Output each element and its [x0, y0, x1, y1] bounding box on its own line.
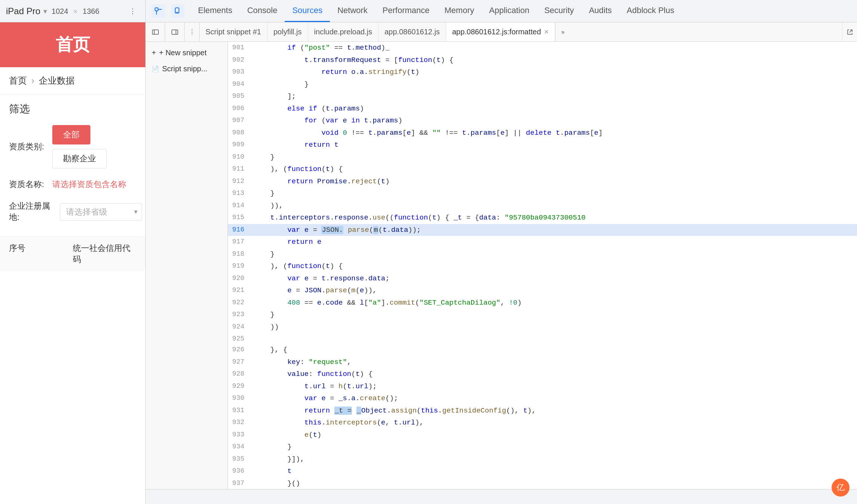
sources-tab-close-btn[interactable]: ✕ [544, 28, 549, 35]
svg-rect-5 [152, 30, 158, 34]
code-lines: 901 if ("post" == t.method)_ 902 t.trans… [228, 42, 857, 489]
sources-tab-preload-label: include.preload.js [314, 28, 372, 36]
filter-btn-all[interactable]: 全部 [52, 125, 90, 144]
sources-tab-app[interactable]: app.08601612.js [378, 22, 446, 41]
device-toggle-btn[interactable] [171, 4, 185, 18]
new-snippet-btn[interactable]: + + New snippet [146, 45, 228, 61]
filter-row-region: 企业注册属地: 请选择省级 [9, 200, 136, 223]
tab-elements[interactable]: Elements [191, 0, 240, 22]
tab-network[interactable]: Network [330, 0, 375, 22]
sources-tabs: Script snippet #1 polyfill.js include.pr… [199, 22, 842, 41]
code-line-930: 930 var e = _s.a.create(); [228, 392, 857, 405]
svg-rect-7 [172, 30, 178, 34]
breadcrumb-home[interactable]: 首页 [9, 75, 27, 87]
code-line-912: 912 return Promise.reject(t) [228, 175, 857, 188]
sources-tab-polyfill[interactable]: polyfill.js [267, 22, 308, 41]
snippet-file-icon: 📄 [152, 65, 159, 72]
toolbar-icons [146, 4, 191, 18]
device-name: iPad Pro [6, 6, 40, 16]
code-line-909: 909 return t [228, 139, 857, 151]
breadcrumb: 首页 › 企业数据 [0, 67, 145, 94]
code-line-911: 911 ), (function(t) { [228, 163, 857, 175]
floating-action-btn[interactable]: 亿 [832, 479, 850, 497]
code-line-919: 919 ), (function(t) { [228, 260, 857, 273]
sources-toolbar: ⋮ Script snippet #1 polyfill.js include.… [146, 22, 857, 42]
code-line-918: 918 } [228, 248, 857, 261]
new-snippet-label: + New snippet [159, 49, 207, 57]
device-height: 1366 [83, 7, 99, 15]
sources-content: + + New snippet 📄 Script snipp... 901 if [146, 42, 857, 489]
inspect-element-btn[interactable] [152, 4, 165, 18]
code-editor[interactable]: 901 if ("post" == t.method)_ 902 t.trans… [228, 42, 857, 489]
code-line-904: 904 } [228, 78, 857, 91]
breadcrumb-separator: › [31, 75, 34, 86]
code-line-928: 928 value: function(t) { [228, 368, 857, 380]
code-line-914: 914 )), [228, 200, 857, 212]
sources-tab-polyfill-label: polyfill.js [273, 28, 302, 36]
tab-performance[interactable]: Performance [375, 0, 437, 22]
filter-name-value[interactable]: 请选择资质包含名称 [52, 179, 126, 190]
webpage-panel: 首页 首页 › 企业数据 筛选 资质类别: 全部 勘察企业 资质名称: 请选择资… [0, 22, 146, 504]
tab-adblock[interactable]: Adblock Plus [619, 0, 682, 22]
devtools-topbar: iPad Pro ▾ 1024 × 1366 ⋮ Elements [0, 0, 857, 22]
code-line-920: 920 var e = t.response.data; [228, 273, 857, 285]
filter-region-label: 企业注册属地: [9, 200, 54, 223]
tab-console[interactable]: Console [240, 0, 285, 22]
code-line-917: 917 return e [228, 236, 857, 248]
code-line-921: 921 e = JSON.parse(m(e)), [228, 284, 857, 297]
sources-tab-app-formatted[interactable]: app.08601612.js:formatted ✕ [446, 22, 555, 41]
filter-section-label: 筛选 [9, 102, 136, 116]
sources-tabs-overflow-btn[interactable]: » [555, 22, 570, 41]
code-line-931: 931 return _t = _Object.assign(this.getI… [228, 405, 857, 417]
sources-sidebar-toggle2[interactable] [165, 22, 185, 42]
sources-tab-app-label: app.08601612.js [384, 28, 440, 36]
code-line-924: 924 )) [228, 321, 857, 333]
filter-region-select[interactable]: 请选择省级 [60, 203, 142, 221]
tab-memory[interactable]: Memory [437, 0, 482, 22]
code-line-923: 923 } [228, 309, 857, 321]
code-line-926: 926 }, { [228, 344, 857, 356]
filter-category-label: 资质类别: [9, 141, 46, 152]
code-line-907: 907 for (var e in t.params) [228, 115, 857, 127]
code-line-916: 916 var e = JSON. parse(m(t.data)); [228, 224, 857, 236]
sources-more-btn[interactable]: ⋮ [185, 22, 199, 42]
tab-sources[interactable]: Sources [285, 0, 330, 22]
code-line-901: 901 if ("post" == t.method)_ [228, 42, 857, 54]
sources-panel: ⋮ Script snippet #1 polyfill.js include.… [146, 22, 857, 489]
filter-name-label: 资质名称: [9, 179, 46, 190]
code-line-937: 937 }() [228, 477, 857, 489]
code-line-927: 927 key: "request", [228, 356, 857, 368]
code-line-932: 932 this.interceptors(e, t.url), [228, 417, 857, 429]
tab-audits[interactable]: Audits [581, 0, 619, 22]
device-dims: 1024 × 1366 [50, 6, 101, 16]
tab-application[interactable]: Application [482, 0, 537, 22]
filter-row-category: 资质类别: 全部 勘察企业 [9, 125, 136, 168]
code-line-935: 935 }]), [228, 453, 857, 466]
tab-security[interactable]: Security [537, 0, 581, 22]
sources-tab-snippet[interactable]: Script snippet #1 [199, 22, 267, 41]
sources-sidebar-toggle[interactable] [146, 22, 165, 42]
sources-tab-snippet-label: Script snippet #1 [205, 28, 261, 36]
webpage-header-title: 首页 [56, 33, 90, 56]
code-line-913: 913 } [228, 187, 857, 200]
code-line-925: 925 [228, 333, 857, 344]
code-line-902: 902 t.transformRequest = [function(t) { [228, 54, 857, 66]
open-in-new-tab-btn[interactable] [842, 22, 857, 42]
code-line-906: 906 else if (t.params) [228, 103, 857, 115]
sources-tab-preload[interactable]: include.preload.js [308, 22, 379, 41]
table-header: 序号 统一社会信用代码 [0, 236, 145, 271]
device-toolbar: iPad Pro ▾ 1024 × 1366 ⋮ [0, 0, 146, 22]
filter-category-buttons: 全部 勘察企业 [52, 125, 136, 168]
device-cross: × [74, 8, 78, 15]
new-snippet-icon: + [152, 49, 156, 57]
table-col-num: 序号 [9, 243, 73, 265]
device-dropdown-icon[interactable]: ▾ [43, 7, 47, 16]
filter-btn-survey[interactable]: 勘察企业 [52, 149, 107, 168]
code-line-933: 933 e(t) [228, 429, 857, 441]
breadcrumb-current: 企业数据 [39, 75, 75, 87]
more-options-btn[interactable]: ⋮ [126, 4, 139, 18]
filter-section: 筛选 资质类别: 全部 勘察企业 资质名称: 请选择资质包含名称 企业注册属地: [0, 94, 145, 233]
snippet-item-label: Script snipp... [162, 65, 207, 73]
filter-row-name: 资质名称: 请选择资质包含名称 [9, 179, 136, 190]
snippet-item[interactable]: 📄 Script snipp... [146, 61, 228, 77]
